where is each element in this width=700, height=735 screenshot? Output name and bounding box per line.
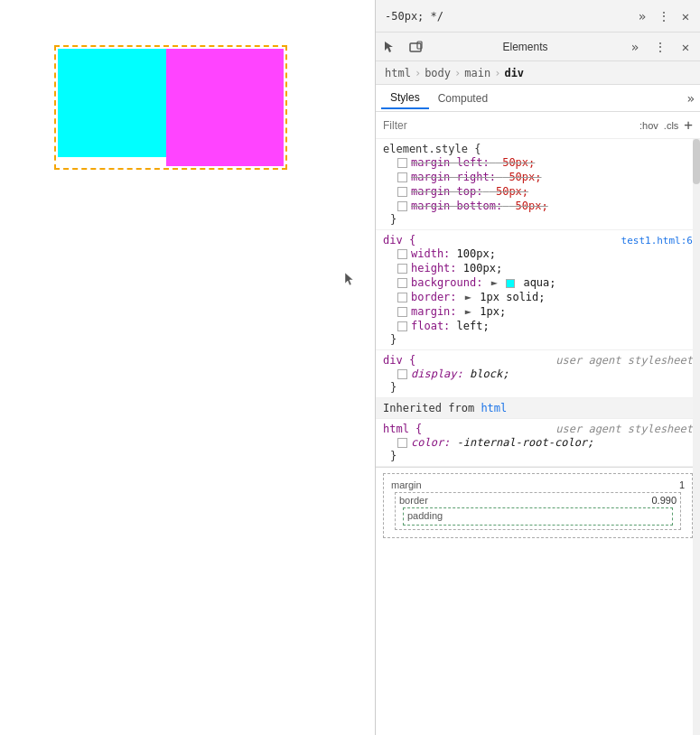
background-prop: background: ► aqua; bbox=[411, 276, 556, 289]
color-swatch-aqua[interactable] bbox=[506, 279, 515, 288]
margin-label: margin bbox=[391, 479, 422, 490]
margin-top-line: margin-top: -50px; bbox=[383, 184, 693, 199]
breadcrumb-sep-3: › bbox=[494, 67, 500, 79]
breadcrumb-div[interactable]: div bbox=[504, 67, 524, 79]
breadcrumb-main[interactable]: main bbox=[464, 67, 490, 79]
color-prop-name: color: bbox=[411, 436, 450, 449]
preview-content bbox=[54, 45, 287, 170]
element-style-selector: element.style { bbox=[383, 143, 693, 155]
margin-value: 1px; bbox=[480, 305, 506, 318]
magenta-element bbox=[166, 49, 284, 166]
border-value-display: 0.990 bbox=[651, 495, 677, 506]
margin-left-prop: margin-left: -50px; bbox=[411, 156, 535, 169]
div-ua-rule: div { user agent stylesheet display: blo… bbox=[376, 350, 700, 398]
dashed-outline-box bbox=[54, 45, 287, 170]
cursor-arrow-icon bbox=[343, 271, 356, 287]
display-value: block; bbox=[470, 368, 509, 380]
inspect-cursor-icon[interactable] bbox=[381, 38, 399, 56]
float-name: float: bbox=[411, 320, 450, 332]
devtools-scrollbar-thumb[interactable] bbox=[693, 139, 700, 184]
div-rule-selector: div { test1.html:6 bbox=[383, 234, 693, 247]
tab-more-icon[interactable]: » bbox=[687, 91, 695, 106]
width-checkbox[interactable] bbox=[397, 249, 407, 259]
box-model-diagram: margin 1 border 0.990 padding bbox=[383, 473, 693, 538]
margin-prop: margin: ► 1px; bbox=[411, 305, 506, 318]
padding-row: padding bbox=[407, 510, 668, 521]
breadcrumb-body[interactable]: body bbox=[425, 67, 451, 79]
devtools-close-icon[interactable]: ✕ bbox=[677, 38, 695, 56]
devtools-tab-bar: Elements » ⋮ ✕ bbox=[376, 33, 700, 61]
float-checkbox[interactable] bbox=[397, 321, 407, 331]
page-preview bbox=[0, 0, 375, 735]
display-checkbox[interactable] bbox=[397, 369, 407, 379]
html-ua-comment: user agent stylesheet bbox=[555, 423, 693, 435]
margin-top-value: -50px; bbox=[490, 185, 528, 198]
color-checkbox[interactable] bbox=[397, 438, 407, 448]
border-line: border: ► 1px solid; bbox=[383, 290, 693, 304]
margin-top-name: margin-top: bbox=[411, 185, 482, 198]
width-prop: width: 100px; bbox=[411, 247, 496, 260]
margin-checkbox[interactable] bbox=[397, 307, 407, 317]
div-ua-comment: user agent stylesheet bbox=[555, 354, 693, 367]
filter-hov-button[interactable]: :hov bbox=[639, 120, 658, 131]
expand-border-icon[interactable]: ► bbox=[465, 291, 471, 303]
color-line: color: -internal-root-color; bbox=[383, 435, 693, 450]
elements-tab-title: Elements bbox=[432, 41, 619, 53]
float-value: left; bbox=[457, 320, 490, 332]
margin-bottom-name: margin-bottom: bbox=[411, 200, 502, 212]
breadcrumb-html[interactable]: html bbox=[385, 67, 411, 79]
tab-styles[interactable]: Styles bbox=[381, 88, 429, 109]
box-model-section: margin 1 border 0.990 padding bbox=[376, 467, 700, 544]
margin-right-name: margin-right: bbox=[411, 171, 496, 183]
element-style-close: } bbox=[383, 213, 693, 226]
margin-bottom-value: -50px; bbox=[509, 200, 547, 212]
color-prop: color: -internal-root-color; bbox=[411, 436, 593, 449]
margin-right-prop: margin-right: -50px; bbox=[411, 171, 542, 183]
breadcrumb-sep-2: › bbox=[454, 67, 461, 79]
kebab-menu-icon[interactable]: ⋮ bbox=[655, 7, 673, 25]
margin-top-checkbox[interactable] bbox=[397, 187, 407, 197]
margin-left-checkbox[interactable] bbox=[397, 158, 407, 168]
device-toggle-icon[interactable] bbox=[406, 38, 425, 56]
devtools-menu-icon[interactable]: ⋮ bbox=[651, 38, 669, 56]
margin-right-value: -50px; bbox=[502, 171, 541, 183]
expand-margin-icon[interactable]: ► bbox=[465, 305, 471, 318]
more-panels-icon[interactable]: » bbox=[633, 7, 651, 25]
div-rule-source[interactable]: test1.html:6 bbox=[621, 235, 693, 247]
margin-left-value: -50px; bbox=[496, 156, 535, 169]
devtools-panel: -50px; */ » ⋮ ✕ Elements » ⋮ ✕ html › bo… bbox=[375, 0, 700, 735]
tab-computed[interactable]: Computed bbox=[429, 88, 497, 108]
breadcrumb-sep-1: › bbox=[415, 67, 421, 79]
svg-rect-0 bbox=[410, 43, 421, 51]
close-icon[interactable]: ✕ bbox=[677, 7, 695, 25]
margin-prop-name: margin: bbox=[411, 305, 457, 318]
background-name: background: bbox=[411, 276, 482, 289]
styles-computed-tabs: Styles Computed » bbox=[376, 85, 700, 112]
filter-cls-button[interactable]: .cls bbox=[664, 120, 679, 131]
width-value: 100px; bbox=[457, 247, 496, 260]
width-name: width: bbox=[411, 247, 450, 260]
styles-content: element.style { margin-left: -50px; marg… bbox=[376, 139, 700, 735]
margin-left-name: margin-left: bbox=[411, 156, 490, 169]
border-checkbox[interactable] bbox=[397, 293, 407, 302]
breadcrumb-bar: html › body › main › div bbox=[376, 61, 700, 85]
add-style-rule-button[interactable]: + bbox=[684, 116, 693, 134]
expand-background-icon[interactable]: ► bbox=[491, 276, 498, 289]
margin-right-checkbox[interactable] bbox=[397, 172, 407, 182]
height-checkbox[interactable] bbox=[397, 264, 407, 274]
padding-label: padding bbox=[407, 510, 443, 521]
border-name: border: bbox=[411, 291, 457, 303]
inherited-html-link[interactable]: html bbox=[481, 402, 507, 414]
margin-bottom-checkbox[interactable] bbox=[397, 201, 407, 211]
more-tabs-icon[interactable]: » bbox=[626, 38, 644, 56]
height-line: height: 100px; bbox=[383, 261, 693, 275]
display-prop: display: block; bbox=[411, 368, 509, 380]
background-checkbox[interactable] bbox=[397, 278, 407, 288]
margin-bottom-prop: margin-bottom: -50px; bbox=[411, 200, 548, 212]
border-prop: border: ► 1px solid; bbox=[411, 291, 546, 303]
filter-input[interactable] bbox=[383, 119, 634, 132]
html-ua-close: } bbox=[383, 450, 693, 462]
devtools-scrollbar[interactable] bbox=[693, 139, 700, 735]
element-style-rule: element.style { margin-left: -50px; marg… bbox=[376, 139, 700, 230]
div-rule-close: } bbox=[383, 333, 693, 346]
